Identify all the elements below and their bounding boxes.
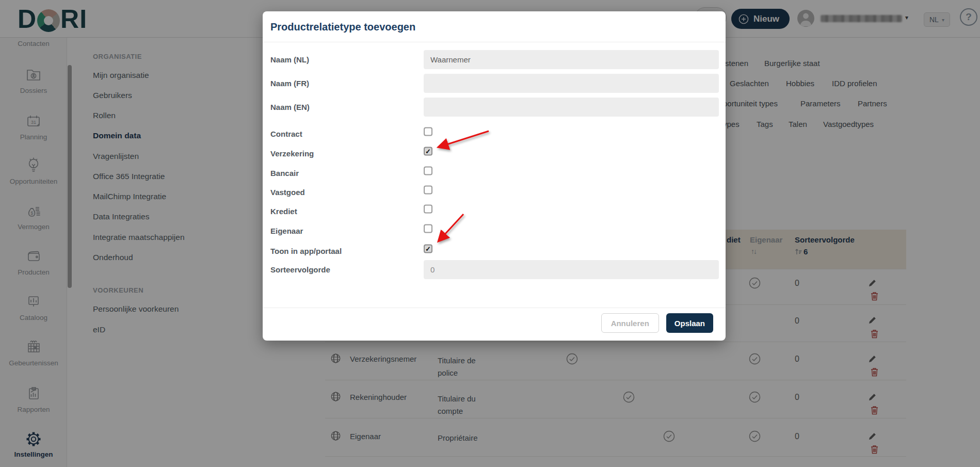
modal-footer-divider bbox=[263, 308, 726, 308]
naam-nl-input[interactable] bbox=[424, 50, 719, 69]
field-label-contract: Contract bbox=[270, 130, 302, 138]
field-label-naam-en: Naam (EN) bbox=[270, 103, 310, 111]
naam-fr-input[interactable] bbox=[424, 74, 719, 93]
modal-header-divider bbox=[263, 42, 726, 42]
field-label-krediet: Krediet bbox=[270, 207, 297, 216]
contract-checkbox[interactable] bbox=[424, 127, 432, 136]
arrow-to-verzekering bbox=[439, 131, 489, 147]
field-label-eigenaar: Eigenaar bbox=[270, 227, 303, 235]
verzekering-checkbox[interactable]: ✓ bbox=[424, 147, 432, 156]
toon-in-app-checkbox[interactable]: ✓ bbox=[424, 245, 432, 253]
eigenaar-checkbox[interactable] bbox=[424, 224, 432, 233]
arrow-to-toon-in-app bbox=[439, 214, 463, 241]
naam-en-input[interactable] bbox=[424, 98, 719, 117]
bancair-checkbox[interactable] bbox=[424, 167, 432, 175]
field-label-naam-nl: Naam (NL) bbox=[270, 55, 309, 64]
krediet-checkbox[interactable] bbox=[424, 205, 432, 214]
field-label-vastgoed: Vastgoed bbox=[270, 188, 305, 197]
field-label-bancair: Bancair bbox=[270, 169, 299, 178]
save-button[interactable]: Opslaan bbox=[666, 313, 713, 333]
sorteervolgorde-input[interactable] bbox=[424, 260, 719, 279]
vastgoed-checkbox[interactable] bbox=[424, 186, 432, 195]
field-label-sorteervolgorde: Sorteervolgorde bbox=[270, 265, 330, 274]
productrelatietype-modal: Productrelatietype toevoegen Naam (NL) N… bbox=[263, 11, 726, 341]
field-label-toon-in-app: Toon in app/portaal bbox=[270, 247, 342, 255]
field-label-naam-fr: Naam (FR) bbox=[270, 79, 309, 88]
field-label-verzekering: Verzekering bbox=[270, 149, 314, 158]
cancel-button[interactable]: Annuleren bbox=[601, 313, 659, 333]
modal-title: Productrelatietype toevoegen bbox=[270, 21, 415, 33]
